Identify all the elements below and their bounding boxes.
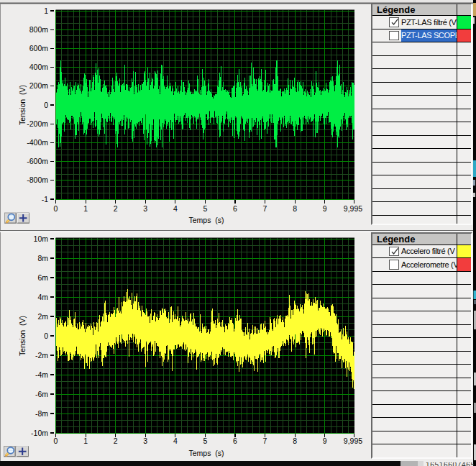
svg-text:-6m: -6m	[35, 390, 48, 398]
svg-text:3: 3	[143, 437, 147, 445]
svg-text:1: 1	[83, 204, 88, 213]
svg-text:1: 1	[44, 6, 48, 15]
svg-text:4: 4	[173, 204, 178, 213]
svg-text:0: 0	[54, 204, 58, 213]
svg-text:-800m: -800m	[27, 175, 48, 184]
svg-text:Tension (V): Tension (V)	[18, 85, 27, 125]
svg-text:9: 9	[323, 204, 327, 213]
svg-text:9,995: 9,995	[344, 204, 362, 213]
svg-text:800m: 800m	[29, 25, 49, 34]
svg-text:-10m: -10m	[31, 429, 48, 437]
svg-text:600m: 600m	[29, 44, 49, 52]
svg-text:8m: 8m	[37, 254, 48, 262]
svg-text:5: 5	[203, 437, 207, 445]
svg-text:Tension (V): Tension (V)	[18, 316, 27, 356]
svg-text:9,995: 9,995	[344, 437, 362, 445]
svg-text:6: 6	[233, 437, 237, 445]
svg-text:6m: 6m	[37, 273, 48, 282]
svg-text:0: 0	[54, 437, 58, 445]
svg-text:8: 8	[293, 437, 297, 445]
svg-text:7: 7	[263, 437, 267, 445]
svg-text:4: 4	[173, 437, 178, 445]
svg-text:400m: 400m	[29, 63, 49, 71]
svg-text:1: 1	[83, 437, 88, 445]
svg-text:0: 0	[44, 101, 48, 109]
svg-text:4m: 4m	[37, 293, 48, 301]
svg-text:3: 3	[143, 204, 147, 213]
svg-text:-400m: -400m	[27, 138, 48, 147]
svg-text:Temps (s): Temps (s)	[188, 216, 224, 224]
svg-text:200m: 200m	[29, 81, 49, 90]
svg-text:-2m: -2m	[35, 351, 48, 360]
svg-text:7: 7	[263, 204, 267, 213]
svg-text:2m: 2m	[37, 312, 48, 321]
svg-text:-600m: -600m	[27, 157, 48, 165]
svg-text:9: 9	[323, 437, 327, 445]
svg-text:-4m: -4m	[35, 370, 48, 379]
svg-text:-8m: -8m	[35, 409, 48, 418]
svg-text:-1: -1	[42, 195, 48, 204]
svg-text:5: 5	[203, 204, 207, 213]
svg-text:10m: 10m	[34, 234, 49, 243]
svg-text:8: 8	[293, 204, 297, 213]
svg-text:6: 6	[233, 204, 237, 213]
svg-text:-200m: -200m	[27, 119, 48, 128]
svg-text:0: 0	[44, 332, 48, 340]
svg-text:2: 2	[114, 204, 118, 213]
svg-text:2: 2	[114, 437, 118, 445]
svg-text:Temps (s): Temps (s)	[188, 449, 224, 457]
